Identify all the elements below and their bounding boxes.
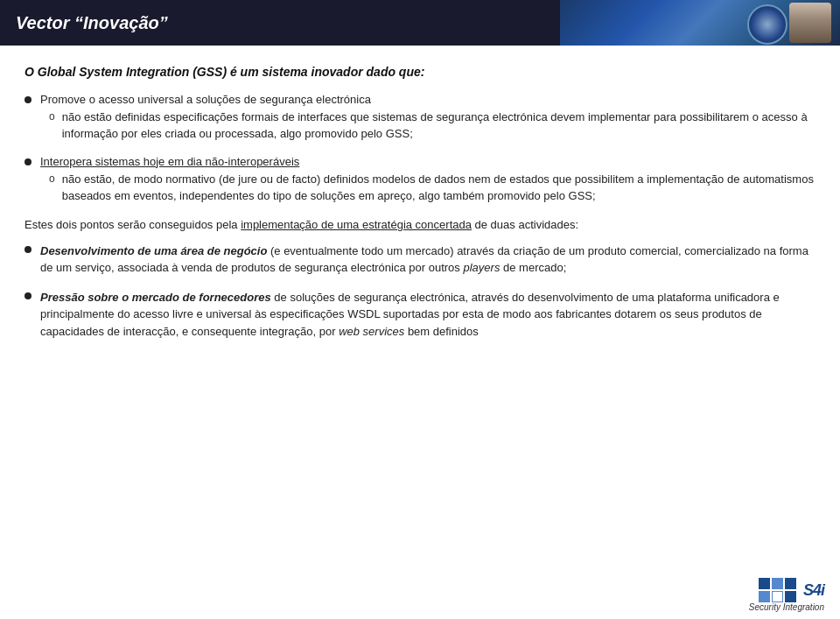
header-title: Vector “Inovação” bbox=[16, 13, 168, 33]
bullet-2-text: Interopera sistemas hoje em dia não-inte… bbox=[40, 155, 299, 168]
logo-tagline: Security Integration bbox=[749, 602, 824, 612]
bullet-dot-2 bbox=[24, 158, 32, 165]
pressure-bullet-main: Pressão sobre o mercado de fornecedores … bbox=[24, 289, 816, 341]
sub-bullet-1-text: não estão definidas especificações forma… bbox=[62, 109, 816, 143]
logo-icon-grid bbox=[759, 578, 796, 602]
bullet-section-2: Interopera sistemas hoje em dia não-inte… bbox=[24, 155, 816, 208]
dev-bullet-main: Desenvolvimento de uma área de negócio (… bbox=[24, 243, 816, 277]
dev-title: Desenvolvimento de uma área de negócio bbox=[40, 244, 267, 257]
transition-underline: implementação de uma estratégia concerta… bbox=[241, 218, 472, 231]
intro-gss-label: O Global System Integration (GSS) é um s… bbox=[24, 65, 424, 79]
sub-bullet-o-2: o bbox=[49, 172, 55, 185]
web-services-text: web services bbox=[339, 325, 404, 338]
bullet-2-main: Interopera sistemas hoje em dia não-inte… bbox=[24, 155, 816, 168]
dev-text: Desenvolvimento de uma área de negócio (… bbox=[40, 243, 816, 277]
bullet-dot-1 bbox=[24, 96, 32, 103]
header-decoration bbox=[560, 0, 840, 46]
players-text: players bbox=[463, 261, 500, 274]
footer-area: S4i Security Integration bbox=[749, 578, 824, 612]
header: Vector “Inovação” bbox=[0, 0, 840, 46]
sub-bullet-o-1: o bbox=[49, 110, 55, 123]
header-image bbox=[560, 0, 840, 46]
dev-section: Desenvolvimento de uma área de negócio (… bbox=[24, 243, 816, 280]
sub-bullet-2-text: não estão, de modo normativo (de jure ou… bbox=[62, 172, 816, 205]
transition-paragraph: Estes dois pontos serão conseguidos pela… bbox=[24, 216, 816, 234]
bullet-dot-dev bbox=[24, 246, 32, 253]
pressure-title: Pressão sobre o mercado de fornecedores bbox=[40, 291, 271, 304]
sub-bullet-2: o não estão, de modo normativo (de jure … bbox=[49, 172, 816, 205]
logo-wrapper: S4i bbox=[759, 578, 824, 602]
s4i-logo: S4i Security Integration bbox=[749, 578, 824, 612]
sub-bullet-1: o não estão definidas especificações for… bbox=[49, 109, 816, 143]
pressure-section: Pressão sobre o mercado de fornecedores … bbox=[24, 289, 816, 344]
bullet-section-1: Promove o acesso universal a soluções de… bbox=[24, 93, 816, 146]
bullet-1-text: Promove o acesso universal a soluções de… bbox=[40, 93, 371, 106]
intro-heading: O Global System Integration (GSS) é um s… bbox=[24, 65, 816, 79]
logo-s4i-label: S4i bbox=[803, 581, 824, 600]
main-content: O Global System Integration (GSS) é um s… bbox=[0, 46, 840, 619]
bullet-dot-pressure bbox=[24, 292, 32, 299]
pressure-text: Pressão sobre o mercado de fornecedores … bbox=[40, 289, 816, 341]
bullet-1-main: Promove o acesso universal a soluções de… bbox=[24, 93, 816, 106]
